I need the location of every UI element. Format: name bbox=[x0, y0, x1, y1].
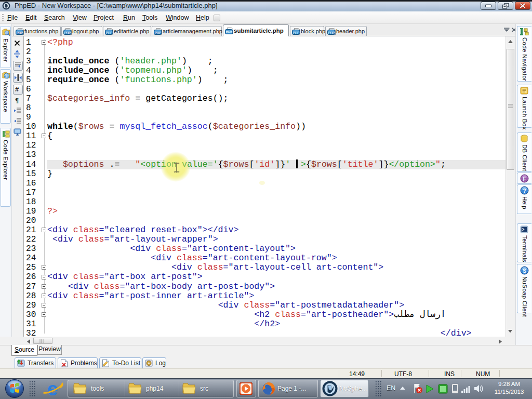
svg-text:F: F bbox=[523, 176, 526, 182]
svg-text:S: S bbox=[523, 268, 526, 274]
svg-text:?: ? bbox=[523, 188, 526, 194]
